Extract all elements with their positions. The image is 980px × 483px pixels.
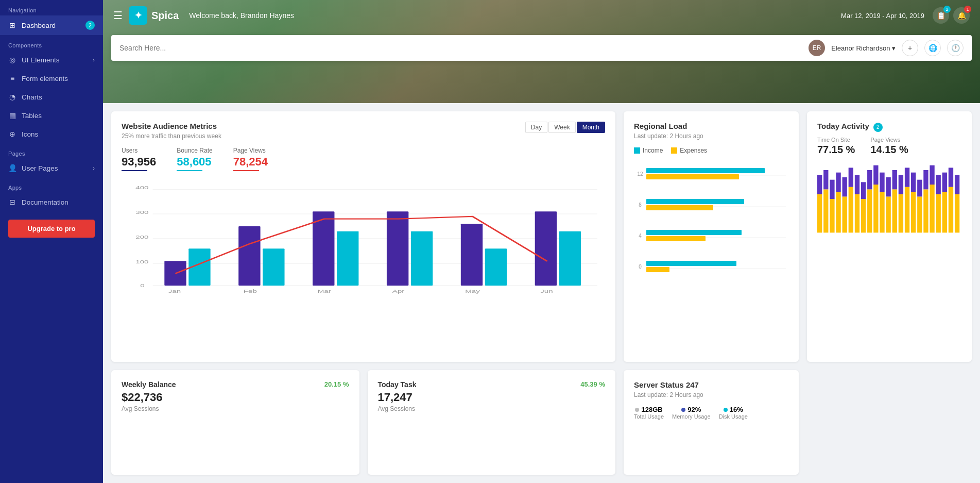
notification-btn-1[interactable]: 📋 2 — [933, 7, 949, 24]
regional-legend: Income Expenses — [634, 147, 788, 154]
total-usage-value: 128GB — [641, 406, 662, 413]
svg-rect-75 — [911, 173, 916, 192]
sidebar-item-charts[interactable]: ◔ Charts — [0, 88, 103, 106]
period-day-btn[interactable]: Day — [525, 122, 547, 133]
svg-rect-71 — [899, 175, 903, 194]
page-views-stat: Page Views 14.15 % — [870, 137, 908, 156]
total-usage-dot — [635, 408, 639, 412]
disk-label: Disk Usage — [719, 413, 748, 420]
svg-rect-14 — [313, 211, 334, 286]
sidebar-charts-label: Charts — [22, 93, 42, 101]
sidebar-item-tables[interactable]: ▦ Tables — [0, 106, 103, 125]
regional-chart-svg: 12 8 4 0 — [634, 160, 788, 305]
charts-icon: ◔ — [8, 93, 16, 101]
user-pages-icon: 👤 — [8, 164, 16, 172]
sidebar-item-dashboard[interactable]: ⊞ Dashboard 2 — [0, 15, 103, 35]
form-elements-icon: ≡ — [8, 74, 16, 82]
svg-text:Feb: Feb — [244, 289, 257, 294]
pageviews-metric: Page Views 78,254 — [233, 147, 268, 171]
sidebar-icons-label: Icons — [22, 130, 38, 138]
period-month-btn[interactable]: Month — [577, 122, 605, 133]
svg-rect-80 — [930, 185, 934, 232]
upgrade-button[interactable]: Upgrade to pro — [8, 220, 95, 238]
svg-text:300: 300 — [135, 210, 148, 215]
time-on-site-value: 77.15 % — [817, 144, 855, 156]
svg-rect-59 — [861, 182, 866, 199]
bottom-row: Weekly Balance 20.15 % $22,736 Avg Sessi… — [111, 370, 615, 475]
svg-rect-83 — [936, 175, 941, 194]
svg-rect-15 — [337, 231, 358, 286]
svg-rect-78 — [923, 189, 928, 232]
weekly-balance-card: Weekly Balance 20.15 % $22,736 Avg Sessi… — [111, 370, 359, 475]
disk-usage-legend: 16% Disk Usage — [719, 406, 748, 420]
clock-icon[interactable]: 🕐 — [947, 40, 964, 56]
svg-text:Jan: Jan — [168, 289, 181, 294]
date-range: Mar 12, 2019 - Apr 10, 2019 — [841, 12, 924, 20]
svg-rect-13 — [263, 248, 284, 286]
activity-chart-svg — [817, 163, 961, 235]
svg-text:8: 8 — [639, 202, 642, 208]
weekly-balance-title: Weekly Balance — [122, 380, 176, 389]
users-label: Users — [122, 147, 156, 154]
svg-rect-88 — [955, 194, 959, 233]
audience-chart-svg: 400 300 200 100 0 — [122, 179, 605, 298]
svg-rect-42 — [646, 261, 736, 266]
svg-rect-73 — [905, 168, 909, 187]
svg-rect-36 — [646, 168, 765, 173]
avatar: ER — [809, 40, 825, 56]
svg-rect-20 — [535, 211, 557, 286]
svg-rect-82 — [936, 194, 941, 233]
sidebar-user-pages-label: User Pages — [22, 164, 58, 172]
svg-rect-47 — [823, 170, 828, 189]
total-usage-legend: 128GB Total Usage — [634, 406, 664, 420]
weekly-balance-percent: 20.15 % — [324, 380, 349, 388]
sidebar-item-ui-elements[interactable]: ◎ UI Elements › — [0, 51, 103, 69]
page-views-value: 14.15 % — [870, 144, 908, 156]
svg-rect-67 — [886, 177, 890, 196]
svg-rect-61 — [867, 170, 872, 189]
period-week-btn[interactable]: Week — [548, 122, 575, 133]
svg-rect-85 — [942, 173, 947, 192]
notification-btn-2[interactable]: 🔔 1 — [953, 7, 970, 24]
search-input[interactable] — [119, 44, 809, 52]
svg-rect-55 — [849, 168, 853, 187]
sidebar-doc-label: Documentation — [22, 198, 68, 206]
search-bar: ER Eleanor Richardson ▾ + 🌐 🕐 — [111, 35, 972, 61]
today-task-card: Today Task 45.39 % 17,247 Avg Sessions — [368, 370, 616, 475]
weekly-balance-sub: Avg Sessions — [122, 405, 349, 412]
sidebar-item-icons[interactable]: ⊕ Icons — [0, 125, 103, 143]
expenses-label: Expenses — [680, 147, 707, 154]
sidebar-item-documentation[interactable]: ⊟ Documentation — [0, 193, 103, 211]
svg-rect-89 — [955, 175, 959, 194]
svg-rect-72 — [905, 187, 909, 233]
today-task-header: Today Task 45.39 % — [378, 380, 606, 389]
hamburger-icon[interactable]: ☰ — [113, 9, 123, 22]
add-button[interactable]: + — [902, 40, 918, 56]
svg-rect-57 — [855, 175, 859, 194]
icons-icon: ⊕ — [8, 130, 16, 138]
sidebar-tables-label: Tables — [22, 112, 42, 120]
weekly-balance-value: $22,736 — [122, 391, 349, 404]
svg-rect-74 — [911, 192, 916, 232]
svg-rect-53 — [843, 177, 847, 196]
bounce-metric: Bounce Rate 58,605 — [177, 147, 212, 171]
user-pages-arrow-icon: › — [93, 165, 95, 171]
sidebar-item-user-pages[interactable]: 👤 User Pages › — [0, 159, 103, 177]
user-dropdown-icon: ▾ — [892, 44, 896, 52]
globe-icon[interactable]: 🌐 — [924, 40, 941, 56]
user-name[interactable]: Eleanor Richardson ▾ — [831, 44, 896, 52]
svg-rect-63 — [873, 165, 878, 185]
sidebar: Navigation ⊞ Dashboard 2 Components ◎ UI… — [0, 0, 103, 483]
svg-rect-50 — [836, 192, 840, 232]
svg-rect-17 — [411, 231, 433, 286]
server-status-title: Server Status 247 — [634, 380, 788, 389]
svg-text:100: 100 — [135, 259, 148, 265]
metrics-subtitle: 25% more traffic than previous week — [122, 132, 221, 140]
audience-chart: 400 300 200 100 0 — [122, 179, 605, 298]
users-underline — [122, 170, 147, 171]
notif-badge-2: 1 — [964, 6, 971, 13]
bounce-value: 58,605 — [177, 155, 212, 169]
sidebar-item-form-elements[interactable]: ≡ Form elements — [0, 69, 103, 88]
ui-elements-arrow-icon: › — [93, 57, 95, 63]
svg-rect-77 — [917, 180, 922, 197]
